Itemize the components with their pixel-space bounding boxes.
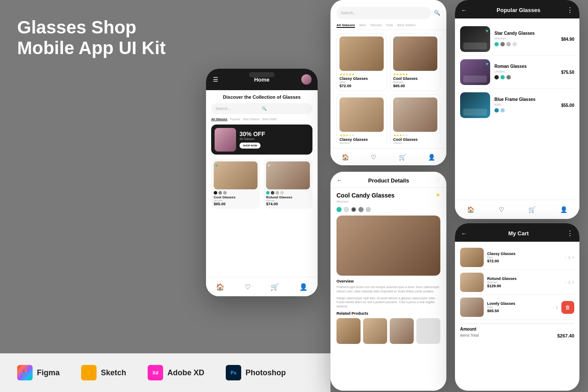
popular-glasses-title: Popular Glasses (470, 7, 567, 13)
wishlist-icon[interactable]: ♥ (215, 163, 218, 168)
cart-quantity: - 1 (553, 305, 558, 310)
phone2-search[interactable]: Search... (336, 7, 431, 19)
color-lightblue[interactable] (500, 108, 505, 112)
profile-nav-icon[interactable]: 👤 (299, 283, 308, 291)
profile-nav-icon[interactable]: 👤 (428, 154, 435, 161)
tab-all[interactable]: All Glasses (336, 23, 355, 28)
glasses-list-item[interactable]: ♥ Roman Glasses Unisex $75.50 (460, 56, 574, 89)
qty-value: 1 (556, 305, 558, 310)
popular-glasses-header: ← Popular Glasses ⋮ (455, 0, 579, 18)
increase-qty-button[interactable]: + (572, 255, 574, 260)
tools-bar: Figma Sketch Xd Adobe XD Ps Photoshop (0, 353, 330, 392)
tab-all-glasses[interactable]: All Glasses (211, 118, 227, 121)
color-light[interactable] (512, 42, 517, 46)
wishlist-icon[interactable]: ♡ (341, 38, 345, 43)
product-name: Cool Glasses (214, 195, 258, 199)
product-card[interactable]: ♡ ★★★★★ Classy Glasses Women $72.00 (336, 94, 387, 144)
cart-item-image (460, 273, 484, 292)
back-button[interactable]: ← (336, 177, 342, 184)
tab-men[interactable]: Men (359, 23, 366, 28)
glasses-list-item[interactable]: ♥ Star Candy Glasses Women $84.90 (460, 23, 574, 56)
decrease-qty-button[interactable]: - (565, 255, 567, 260)
color-dot-dark[interactable] (271, 191, 274, 194)
color-dot-light[interactable] (276, 191, 279, 194)
home-nav-icon[interactable]: 🏠 (467, 206, 474, 213)
figma-label: Figma (37, 368, 60, 377)
cart-nav-icon[interactable]: 🛒 (399, 154, 406, 161)
back-button[interactable]: ← (461, 7, 467, 14)
related-product-1[interactable] (336, 318, 361, 344)
tab-women[interactable]: Women (370, 23, 382, 28)
back-button[interactable]: ← (461, 230, 467, 237)
color-dot-beige[interactable] (280, 191, 284, 194)
color-gray[interactable] (500, 42, 505, 46)
related-product-2[interactable] (363, 318, 387, 344)
glasses-list-item[interactable]: Blue Frame Glasses Kids $55.00 (460, 89, 574, 122)
color-gray[interactable] (506, 75, 511, 79)
cart-nav-icon[interactable]: 🛒 (528, 206, 536, 213)
user-avatar[interactable] (301, 74, 312, 85)
color-silver[interactable] (366, 207, 371, 212)
wishlist-icon[interactable]: ♡ (395, 99, 399, 104)
color-gray[interactable] (358, 207, 364, 212)
star-rating: ★★★★★ (339, 73, 384, 76)
color-teal[interactable] (494, 42, 499, 46)
color-teal[interactable] (336, 207, 342, 212)
tab-best-seller[interactable]: Best Seller (263, 118, 277, 121)
wishlist-icon[interactable]: ♡ (435, 177, 440, 184)
color-white[interactable] (344, 207, 349, 212)
color-dot-gray[interactable] (218, 191, 222, 194)
related-product-4[interactable] (416, 318, 440, 344)
related-product-3[interactable] (390, 318, 414, 344)
cart-item-price: $129.90 (487, 284, 562, 288)
wishlist-icon[interactable]: ♥ (485, 28, 488, 34)
wishlist-icon[interactable]: ♥ (485, 61, 488, 67)
home-nav-icon[interactable]: 🏠 (342, 154, 349, 161)
cart-item: Rotund Glasses Women $129.90 - 1 + (460, 270, 574, 295)
product-card[interactable]: ♡ ★★★★★ Cool Glasses Unisex $65.00 (390, 94, 440, 144)
product-name: Cool Glasses (393, 137, 437, 142)
color-black[interactable] (494, 75, 499, 79)
color-dot-teal[interactable] (266, 191, 270, 194)
more-options-icon[interactable]: ⋮ (567, 229, 573, 237)
wishlist-icon[interactable]: ♥ (395, 38, 397, 43)
product-card[interactable]: ♡ ★★★★★ Classy Glasses Men $72.00 (336, 33, 387, 91)
color-teal[interactable] (500, 75, 505, 79)
product-card[interactable]: ♥ ★★★★★ Cool Glasses Women $65.00 (390, 33, 440, 91)
discover-text: Discover the Collection of Glasses (211, 94, 312, 100)
product-card[interactable]: ♥ Rotund Glasses Women $74.00 (264, 159, 312, 209)
color-dot-silver[interactable] (223, 191, 227, 194)
more-options-icon[interactable]: ⋮ (567, 6, 573, 14)
cart-item-info: Classy Glasses Men $72.00 (487, 252, 562, 263)
wishlist-nav-icon[interactable]: ♡ (245, 283, 251, 291)
wishlist-icon[interactable]: ♥ (268, 163, 270, 168)
product-category: Women (336, 200, 394, 204)
promo-image (215, 128, 236, 152)
phone-my-cart: ← My Cart ⋮ Classy Glasses Men $72.00 - … (455, 223, 579, 391)
delete-item-button[interactable]: 🗑 (561, 301, 574, 314)
tab-new-season[interactable]: New Season (243, 118, 260, 121)
my-cart-header: ← My Cart ⋮ (455, 223, 579, 242)
home-nav-icon[interactable]: 🏠 (216, 283, 224, 291)
menu-icon[interactable]: ☰ (213, 76, 218, 83)
decrease-qty-button[interactable]: - (565, 280, 567, 285)
wishlist-nav-icon[interactable]: ♡ (371, 154, 376, 161)
increase-qty-button[interactable]: + (572, 280, 574, 285)
shop-now-button[interactable]: SHOP NOW (239, 143, 261, 149)
wishlist-nav-icon[interactable]: ♡ (499, 206, 504, 213)
product-price: $72.00 (339, 84, 384, 88)
cart-nav-icon[interactable]: 🛒 (270, 283, 279, 291)
glasses-category: Women (494, 36, 557, 40)
wishlist-icon[interactable]: ♡ (341, 99, 345, 104)
color-dark[interactable] (351, 207, 356, 212)
color-blue[interactable] (494, 108, 499, 112)
product-card[interactable]: ♥ Cool Glasses Women $65.00 (211, 159, 260, 209)
search-bar[interactable]: Search... 🔍 (211, 103, 312, 114)
tab-kids[interactable]: Kids (386, 23, 393, 28)
profile-nav-icon[interactable]: 👤 (560, 206, 567, 213)
tab-popular[interactable]: Popular (230, 118, 240, 121)
tab-best[interactable]: Best Sellers (397, 23, 416, 28)
color-dot-black[interactable] (214, 191, 217, 194)
color-silver[interactable] (506, 42, 511, 46)
decrease-qty-button[interactable]: - (553, 305, 554, 310)
